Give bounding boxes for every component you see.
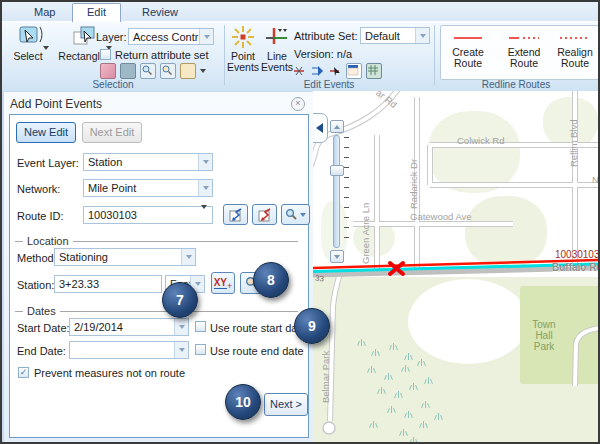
new-edit-button[interactable]: New Edit bbox=[16, 122, 76, 143]
selection-group-label: Selection bbox=[2, 79, 224, 90]
select-icon bbox=[18, 25, 44, 49]
realign-route-button[interactable]: Realign Route bbox=[554, 27, 596, 69]
layer-select[interactable]: Access Control bbox=[128, 28, 214, 45]
chevron-down-icon[interactable] bbox=[200, 69, 206, 73]
prevent-measures-checkbox[interactable]: ✓ bbox=[18, 367, 29, 378]
route-id-label: Route ID: bbox=[17, 210, 63, 222]
street-label-n-fragment: N bbox=[592, 174, 598, 185]
line-events-button[interactable]: Line Events bbox=[261, 25, 293, 73]
street-label-rellim: Rellim Blvd bbox=[568, 119, 579, 167]
create-route-label: Create Route bbox=[452, 46, 484, 69]
chevron-down-icon[interactable] bbox=[174, 342, 188, 358]
chevron-down-icon[interactable] bbox=[415, 28, 429, 43]
use-route-start-date-checkbox[interactable] bbox=[195, 321, 206, 332]
extend-route-label: Extend Route bbox=[508, 46, 541, 69]
edit-events-group-label: Edit Events bbox=[224, 79, 434, 90]
extend-route-button[interactable]: Extend Route bbox=[498, 27, 550, 69]
tab-edit[interactable]: Edit bbox=[72, 3, 121, 22]
route-id-combo[interactable]: 10030103 bbox=[83, 206, 213, 224]
realign-route-icon bbox=[558, 33, 592, 43]
zoom-to-selection-icon[interactable] bbox=[140, 63, 156, 79]
next-button[interactable]: Next > bbox=[264, 393, 308, 416]
start-date-label: Start Date: bbox=[17, 322, 70, 334]
start-date-picker[interactable]: 2/19/2014 bbox=[69, 318, 189, 336]
event-layer-select[interactable]: Station bbox=[83, 153, 213, 171]
clear-route-map-icon bbox=[257, 207, 273, 223]
clear-route-selection-button[interactable] bbox=[252, 204, 277, 225]
callout-7: 7 bbox=[162, 282, 198, 318]
merge-event-icon[interactable] bbox=[310, 64, 324, 78]
chevron-left-icon bbox=[316, 123, 323, 133]
station-tick-label: 33 bbox=[315, 274, 325, 284]
route-search-button[interactable] bbox=[281, 204, 310, 225]
create-route-button[interactable]: Create Route bbox=[443, 27, 493, 69]
extend-route-icon bbox=[507, 33, 541, 43]
end-date-picker[interactable] bbox=[69, 341, 189, 359]
ribbon-tabbar: Map Edit Review bbox=[2, 2, 598, 22]
select-route-on-map-button[interactable] bbox=[223, 204, 248, 225]
network-value: Mile Point bbox=[84, 182, 198, 194]
chevron-down-icon[interactable] bbox=[181, 249, 195, 265]
group-divider bbox=[434, 25, 435, 85]
main-area: Add Point Events × New Edit Next Edit Ev… bbox=[2, 91, 598, 442]
street-label-green-acre: Green Acre Ln bbox=[360, 203, 371, 264]
map-view[interactable]: ar Rd Green Acre Ln Radarick Dr Colwick … bbox=[313, 91, 598, 442]
zoom-out-button[interactable] bbox=[330, 250, 344, 263]
location-group-header: Location bbox=[15, 235, 298, 247]
dates-group-header: Dates bbox=[15, 305, 298, 317]
pan-to-selection-icon[interactable] bbox=[160, 63, 176, 79]
edit-events-tools bbox=[292, 63, 382, 79]
chevron-down-icon bbox=[43, 46, 49, 62]
point-events-icon bbox=[231, 25, 255, 49]
selection-tools bbox=[100, 63, 206, 79]
collapse-panel-button[interactable] bbox=[313, 113, 328, 143]
attribute-table-icon[interactable] bbox=[366, 63, 382, 79]
close-icon[interactable]: × bbox=[291, 97, 305, 111]
chevron-down-icon[interactable] bbox=[201, 209, 212, 221]
return-attribute-set-checkbox[interactable] bbox=[100, 49, 111, 60]
xy-coordinates-button[interactable]: XY+ bbox=[211, 272, 235, 294]
use-route-end-date-label: Use route end date bbox=[210, 345, 304, 357]
callout-9: 9 bbox=[294, 308, 330, 344]
network-label: Network: bbox=[17, 183, 60, 195]
event-dialog-icon[interactable] bbox=[346, 63, 362, 79]
selection-options-icon[interactable] bbox=[180, 63, 196, 79]
network-select[interactable]: Mile Point bbox=[83, 179, 213, 197]
chevron-down-icon[interactable] bbox=[174, 319, 188, 335]
selection-fill-icon[interactable] bbox=[120, 63, 136, 79]
use-route-end-date-checkbox[interactable] bbox=[195, 344, 206, 355]
clear-selection-icon[interactable] bbox=[100, 63, 116, 79]
split-event-icon[interactable] bbox=[292, 64, 306, 78]
street-label-buffalo: Buffalo Rd bbox=[552, 262, 598, 273]
zoom-slider-handle[interactable] bbox=[330, 165, 344, 176]
end-date-label: End Date: bbox=[17, 345, 66, 357]
station-input[interactable]: 3+23.33 bbox=[54, 275, 162, 293]
line-events-icon bbox=[265, 25, 289, 49]
tab-review[interactable]: Review bbox=[128, 4, 192, 20]
station-label: Station: bbox=[17, 279, 54, 291]
zoom-slider-track[interactable] bbox=[333, 135, 340, 248]
station-value: 3+23.33 bbox=[55, 278, 161, 290]
redline-group-label: Redline Routes bbox=[434, 79, 598, 90]
street-label-radarick: Radarick Dr bbox=[408, 159, 419, 209]
attribute-set-select[interactable]: Default bbox=[360, 27, 430, 44]
chevron-down-icon[interactable] bbox=[198, 154, 212, 170]
select-button[interactable]: Select bbox=[8, 25, 54, 62]
use-route-start-date-label: Use route start date bbox=[210, 322, 307, 334]
callout-8: 8 bbox=[253, 262, 289, 298]
chevron-down-icon[interactable] bbox=[198, 180, 212, 196]
tab-map[interactable]: Map bbox=[20, 4, 69, 20]
chevron-down-icon[interactable] bbox=[199, 29, 213, 44]
app-window: Map Edit Review Select Rectangle Layer: bbox=[0, 0, 600, 444]
street-label-belmar: Belmar Park bbox=[320, 351, 331, 403]
plus-icon: + bbox=[227, 281, 232, 291]
point-events-button[interactable]: Point Events bbox=[227, 25, 259, 73]
ribbon: Select Rectangle Layer: Access Control R… bbox=[2, 22, 598, 92]
method-select[interactable]: Stationing bbox=[54, 248, 196, 266]
event-layer-value: Station bbox=[84, 156, 198, 168]
move-event-icon[interactable] bbox=[328, 64, 342, 78]
prevent-measures-label: Prevent measures not on route bbox=[34, 367, 185, 379]
group-divider bbox=[224, 25, 225, 85]
next-edit-button[interactable]: Next Edit bbox=[82, 122, 142, 143]
zoom-in-button[interactable] bbox=[330, 120, 344, 133]
